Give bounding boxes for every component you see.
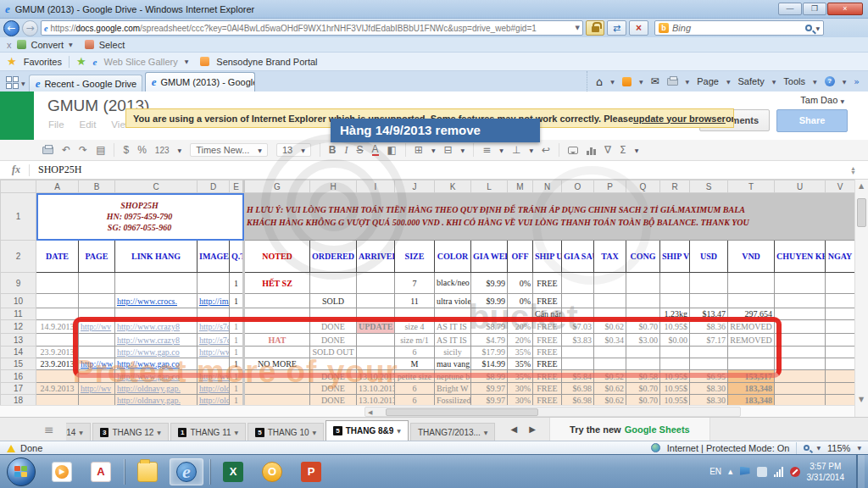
cell-K17[interactable]: Bright W: [435, 383, 471, 395]
search-icon[interactable]: [805, 25, 812, 31]
cell-U16[interactable]: [775, 370, 826, 383]
column-header-D[interactable]: D: [198, 180, 230, 193]
cell-K11[interactable]: [435, 308, 471, 320]
cell-J14[interactable]: 6: [395, 347, 435, 358]
currency-format-button[interactable]: $: [123, 144, 129, 156]
cell-R10[interactable]: [660, 294, 690, 308]
address-input[interactable]: e https://docs.google.com/spreadsheet/cc…: [41, 20, 583, 36]
convert-button[interactable]: Convert: [31, 40, 64, 50]
taskbar-powerpoint-icon[interactable]: P: [294, 458, 328, 485]
cell-H18[interactable]: DONE: [310, 395, 357, 406]
cell-Q16[interactable]: $0.58: [626, 370, 660, 383]
borders-button[interactable]: ⊞: [415, 144, 423, 156]
cell-G11[interactable]: [244, 308, 310, 320]
cell-N12[interactable]: FREE: [533, 320, 562, 334]
cell-O12[interactable]: $7.03: [562, 320, 594, 334]
sheet-tab-menu-icon[interactable]: ▼: [235, 430, 239, 435]
cell-J12[interactable]: size 4: [395, 320, 435, 334]
cell-N15[interactable]: FREE: [533, 358, 562, 370]
cell-D13[interactable]: http://s7d: [198, 334, 230, 347]
tools-menu[interactable]: Tools: [783, 76, 805, 86]
cell-L10[interactable]: $9.99: [471, 294, 508, 308]
sheet-tab-thang-10[interactable]: 5THANG 10▼: [248, 423, 324, 441]
cell-G16[interactable]: [244, 370, 310, 383]
cell-N10[interactable]: FREE: [533, 294, 562, 308]
cell-E12[interactable]: 1: [230, 320, 244, 334]
header-vnd[interactable]: VND: [728, 241, 775, 273]
row-header-12[interactable]: 12: [1, 320, 36, 334]
cell-D9[interactable]: [198, 273, 230, 294]
cell-A16[interactable]: [36, 370, 79, 383]
cell-T9[interactable]: [728, 273, 775, 294]
cell-V11[interactable]: [826, 308, 855, 320]
cell-D14[interactable]: http://ww: [198, 347, 230, 358]
cell-D15[interactable]: [198, 358, 230, 370]
cell-N16[interactable]: FREE: [533, 370, 562, 383]
cell-M14[interactable]: 35%: [508, 347, 533, 358]
number-format-button[interactable]: 123: [155, 146, 170, 155]
cell-O17[interactable]: $6.98: [562, 383, 594, 395]
collapse-formula-bar-icon[interactable]: ▲▼: [850, 166, 856, 175]
sheet-tab-menu-icon[interactable]: ▼: [79, 430, 83, 435]
header-noted[interactable]: NOTED: [244, 241, 310, 273]
tab-list-dropdown-icon[interactable]: ▼: [21, 80, 25, 86]
horizontal-scroll-thumb[interactable]: [386, 408, 538, 416]
font-select[interactable]: Times New...▼: [190, 143, 268, 157]
insert-chart-button[interactable]: [587, 146, 596, 155]
cell-G17[interactable]: [244, 383, 310, 395]
cell-A9[interactable]: [36, 273, 79, 294]
cell-T17[interactable]: 183,348: [728, 383, 775, 395]
cell-B15[interactable]: http://ww: [79, 358, 115, 370]
taskbar-excel-icon[interactable]: X: [216, 458, 250, 485]
cell-K15[interactable]: mau vang: [435, 358, 471, 370]
header-usd[interactable]: USD: [690, 241, 728, 273]
header-q-ty[interactable]: Q.TY: [230, 241, 244, 273]
cell-S13[interactable]: $7.17: [690, 334, 728, 347]
cell-payment-notice[interactable]: H LƯU Ý: VUI LÒNG THANH TOÁN TIỀN HÀNG T…: [244, 193, 855, 241]
stop-button[interactable]: ×: [629, 20, 648, 36]
cell-M10[interactable]: 0%: [508, 294, 533, 308]
column-header-A[interactable]: A: [36, 180, 79, 193]
cell-L13[interactable]: $4.79: [471, 334, 508, 347]
cell-Q14[interactable]: [626, 347, 660, 358]
sheet-tab-menu-icon[interactable]: ▼: [313, 430, 317, 435]
header-page[interactable]: PAGE: [79, 241, 115, 273]
row-header-17[interactable]: 17: [1, 383, 36, 395]
cell-U18[interactable]: [775, 395, 826, 406]
cell-P12[interactable]: $0.62: [594, 320, 626, 334]
cell-J15[interactable]: M: [395, 358, 435, 370]
taskbar-clock[interactable]: 3:57 PM 3/31/2014: [807, 461, 845, 483]
cell-G14[interactable]: [244, 347, 310, 358]
cell-B16[interactable]: [79, 370, 115, 383]
header-ngay[interactable]: NGAY: [826, 241, 855, 273]
column-header-N[interactable]: N: [533, 180, 562, 193]
cell-Q9[interactable]: [626, 273, 660, 294]
cell-G15[interactable]: NO MORE: [244, 358, 310, 370]
column-header-B[interactable]: B: [79, 180, 115, 193]
cell-L14[interactable]: $17.99: [471, 347, 508, 358]
vertical-scrollbar[interactable]: ▲▼: [854, 180, 868, 417]
header-date[interactable]: DATE: [36, 241, 79, 273]
insert-comment-button[interactable]: [568, 147, 578, 154]
vertical-align-button[interactable]: ⊥: [512, 144, 520, 156]
filter-button[interactable]: ∇: [604, 144, 611, 156]
cell-N18[interactable]: FREE: [533, 395, 562, 406]
cell-S12[interactable]: $8.36: [690, 320, 728, 334]
update-browser-link[interactable]: update your browser: [633, 114, 726, 124]
header-link-hang[interactable]: LINK HANG: [115, 241, 198, 273]
cell-B18[interactable]: [79, 395, 115, 406]
cell-N9[interactable]: FREE: [533, 273, 562, 294]
minimize-button[interactable]: —: [778, 3, 802, 15]
cell-P15[interactable]: [594, 358, 626, 370]
column-header-R[interactable]: R: [660, 180, 690, 193]
cell-Q12[interactable]: $0.70: [626, 320, 660, 334]
search-dropdown-icon[interactable]: ▼: [815, 25, 820, 31]
row-header-15[interactable]: 15: [1, 358, 36, 370]
menu-file[interactable]: File: [48, 119, 64, 130]
print-button[interactable]: [42, 147, 53, 154]
cell-U15[interactable]: [775, 358, 826, 370]
sheet-tab-menu-icon[interactable]: ▼: [397, 428, 401, 434]
action-center-flag-icon[interactable]: [740, 467, 750, 477]
cell-A18[interactable]: [36, 395, 79, 406]
cell-I9[interactable]: [357, 273, 395, 294]
